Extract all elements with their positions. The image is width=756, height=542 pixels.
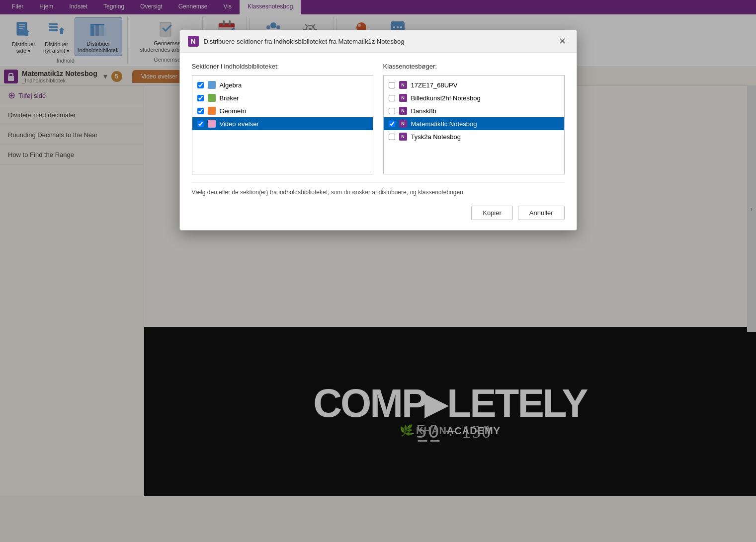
geometri-label: Geometri (220, 107, 246, 115)
broeker-color (208, 94, 216, 102)
video-color (208, 120, 216, 128)
section-item-broeker[interactable]: Brøker (192, 91, 373, 104)
nb-icon-1: N (399, 81, 407, 89)
modal-header-icon: N (188, 36, 199, 47)
notebook-item-4[interactable]: N Matematik8c Notesbog (384, 117, 564, 130)
modal-overlay: N Distribuere sektioner fra indholdsbibl… (0, 0, 756, 542)
section-item-geometri[interactable]: Geometri (192, 104, 373, 117)
annuller-button[interactable]: Annuller (518, 206, 565, 220)
notebook-item-1[interactable]: N 17ZE17_68UPV (384, 78, 564, 91)
geometri-color (208, 107, 216, 115)
algebra-color (208, 81, 216, 89)
video-label: Video øvelser (220, 120, 259, 128)
sections-column: Sektioner i indholdsbiblioteket: Algebra (192, 63, 373, 174)
modal-body: Sektioner i indholdsbiblioteket: Algebra (180, 53, 577, 230)
notebooks-column-label: Klassenotesbøger: (383, 63, 565, 70)
section-checkbox-geometri[interactable] (197, 108, 204, 114)
sections-list-box: Algebra Brøker Geometri (192, 75, 373, 174)
notebook-checkbox-2[interactable] (389, 95, 395, 101)
notebook-item-2[interactable]: N Billedkunst2hf Notesbog (384, 91, 564, 104)
notebook-checkbox-1[interactable] (389, 82, 395, 88)
modal-title: Distribuere sektioner fra indholdsbiblio… (204, 38, 552, 45)
nb-label-5: Tysk2a Notesbog (411, 133, 461, 141)
section-checkbox-video[interactable] (197, 121, 204, 127)
modal-close-button[interactable]: ✕ (557, 35, 569, 47)
notebook-checkbox-5[interactable] (389, 134, 395, 140)
nb-label-1: 17ZE17_68UPV (411, 81, 458, 89)
nb-icon-4: N (399, 120, 407, 128)
modal-dialog: N Distribuere sektioner fra indholdsbibl… (179, 30, 577, 231)
nb-label-3: Dansk8b (411, 107, 436, 115)
modal-header: N Distribuere sektioner fra indholdsbibl… (180, 30, 577, 53)
section-item-video[interactable]: Video øvelser (192, 117, 373, 130)
nb-icon-3: N (399, 107, 407, 115)
notebook-item-5[interactable]: N Tysk2a Notesbog (384, 130, 564, 143)
section-checkbox-algebra[interactable] (197, 82, 204, 88)
notebooks-list-box: N 17ZE17_68UPV N Billedkunst2hf Notesbog (383, 75, 565, 174)
broeker-label: Brøker (220, 94, 239, 102)
modal-footer-text: Vælg den eller de sektion(er) fra indhol… (192, 182, 565, 196)
algebra-label: Algebra (220, 81, 242, 89)
nb-label-4: Matematik8c Notesbog (411, 120, 477, 128)
modal-buttons: Kopier Annuller (192, 206, 565, 220)
section-item-algebra[interactable]: Algebra (192, 78, 373, 91)
section-checkbox-broeker[interactable] (197, 95, 204, 101)
sections-column-label: Sektioner i indholdsbiblioteket: (192, 63, 373, 70)
notebook-checkbox-3[interactable] (389, 108, 395, 114)
nb-label-2: Billedkunst2hf Notesbog (411, 94, 481, 102)
kopier-button[interactable]: Kopier (471, 206, 513, 220)
notebook-checkbox-4[interactable] (389, 121, 395, 127)
notebooks-column: Klassenotesbøger: N 17ZE17_68UPV N Bil (383, 63, 565, 174)
notebook-item-3[interactable]: N Dansk8b (384, 104, 564, 117)
nb-icon-5: N (399, 133, 407, 141)
nb-icon-2: N (399, 94, 407, 102)
